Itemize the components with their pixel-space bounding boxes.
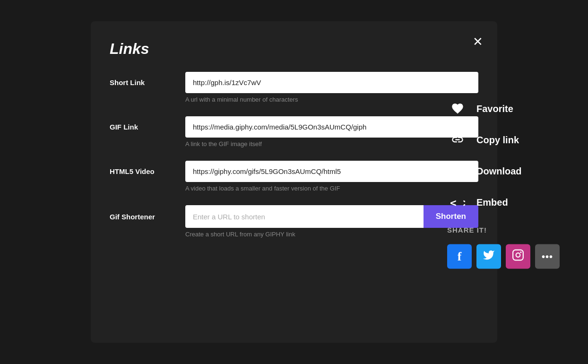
shortener-hint: Create a short URL from any GIPHY link (185, 231, 478, 238)
links-modal: Links ✕ Short Link A url with a minimal … (91, 21, 497, 343)
heart-icon (447, 98, 468, 119)
page-wrapper: Links ✕ Short Link A url with a minimal … (0, 0, 588, 364)
svg-point-3 (520, 251, 521, 253)
html5-video-label: HTML5 Video (110, 167, 185, 175)
sidebar: Favorite Copy link Download < > (447, 95, 560, 269)
gif-shortener-row: Gif Shortener Shorten (110, 205, 478, 228)
html5-video-input[interactable] (185, 161, 478, 182)
sidebar-item-copy-link[interactable]: Copy link (447, 127, 560, 153)
download-icon (447, 161, 468, 182)
shortener-input[interactable] (185, 205, 424, 228)
svg-text:< >: < > (450, 197, 465, 209)
embed-label: Embed (476, 197, 508, 208)
modal-title: Links (110, 40, 478, 58)
short-link-label: Short Link (110, 78, 185, 87)
gif-link-input[interactable] (185, 116, 478, 138)
download-label: Download (476, 165, 522, 176)
more-icon: ••• (542, 251, 553, 262)
close-button[interactable]: ✕ (473, 35, 483, 48)
more-button[interactable]: ••• (535, 244, 560, 269)
embed-icon: < > (447, 192, 468, 213)
share-title: SHARE IT! (447, 226, 560, 234)
gif-link-label: GIF Link (110, 123, 185, 131)
twitter-button[interactable] (476, 244, 501, 269)
short-link-hint: A url with a minimal number of character… (185, 96, 478, 103)
gif-link-row: GIF Link (110, 116, 478, 138)
sidebar-item-favorite[interactable]: Favorite (447, 95, 560, 122)
sidebar-item-download[interactable]: Download (447, 158, 560, 184)
instagram-icon (512, 249, 524, 264)
favorite-label: Favorite (476, 103, 513, 114)
gif-shortener-label: Gif Shortener (110, 213, 185, 221)
facebook-button[interactable]: f (447, 244, 472, 269)
social-row: f ••• (447, 244, 560, 269)
svg-point-2 (516, 253, 520, 257)
twitter-icon (483, 249, 495, 264)
short-link-input[interactable] (185, 72, 478, 93)
svg-rect-1 (513, 250, 523, 260)
shortener-input-wrap: Shorten (185, 205, 478, 228)
short-link-row: Short Link (110, 72, 478, 93)
facebook-icon: f (458, 250, 462, 264)
instagram-button[interactable] (506, 244, 530, 269)
copy-link-label: Copy link (476, 134, 519, 145)
sidebar-item-embed[interactable]: < > Embed (447, 189, 560, 216)
html5-video-hint: A video that loads a smaller and faster … (185, 185, 478, 192)
copy-link-icon (447, 130, 468, 150)
gif-link-hint: A link to the GIF image itself (185, 140, 478, 147)
html5-video-row: HTML5 Video (110, 161, 478, 182)
